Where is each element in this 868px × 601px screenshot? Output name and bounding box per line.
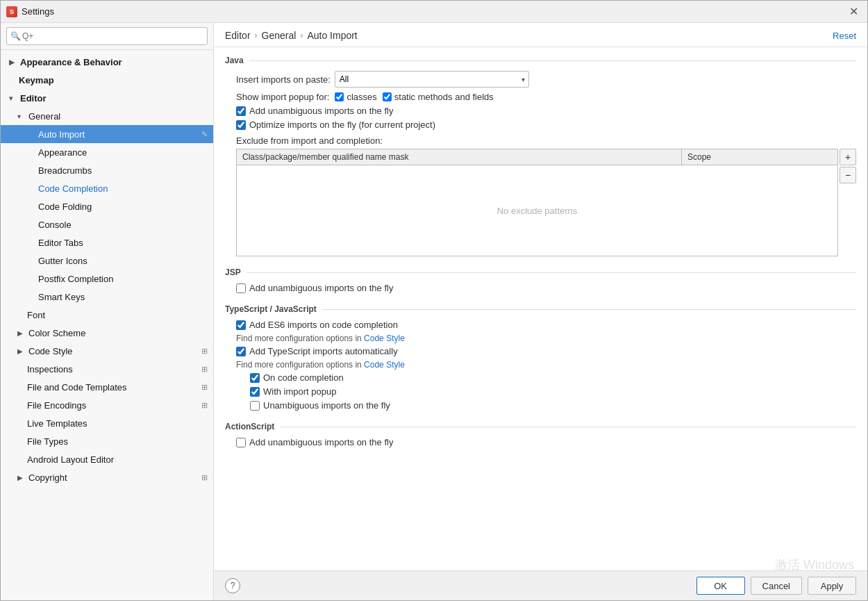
sidebar-item-keymap[interactable]: Keymap bbox=[1, 71, 213, 89]
code-style-link-2[interactable]: Code Style bbox=[364, 360, 405, 370]
add-typescript-checkbox[interactable] bbox=[236, 347, 246, 356]
breadcrumb-auto-import: Auto Import bbox=[307, 30, 357, 41]
code-style-link-1[interactable]: Code Style bbox=[364, 334, 405, 343]
add-unambiguous-jsp-row: Add unambiguous imports on the fly bbox=[236, 283, 856, 293]
sidebar-item-label: Inspections bbox=[27, 364, 201, 374]
exclude-table: Class/package/member qualified name mask… bbox=[236, 149, 838, 256]
with-import-popup-row: With import popup bbox=[250, 386, 856, 397]
sidebar-item-code-folding[interactable]: ▶ Code Folding bbox=[1, 197, 213, 215]
unambiguous-imports-checkbox[interactable] bbox=[250, 401, 260, 411]
sidebar-item-editor-tabs[interactable]: ▶ Editor Tabs bbox=[1, 233, 213, 252]
sidebar-item-font[interactable]: Font bbox=[1, 306, 213, 324]
sidebar-item-color-scheme[interactable]: ▶ Color Scheme bbox=[1, 324, 213, 342]
sidebar-item-label: Gutter Icons bbox=[38, 256, 213, 266]
sidebar-item-label: Font bbox=[27, 310, 213, 320]
remove-pattern-button[interactable]: − bbox=[840, 167, 856, 183]
add-pattern-button[interactable]: + bbox=[840, 149, 856, 165]
cancel-button[interactable]: Cancel bbox=[751, 577, 802, 595]
actionscript-section-title: ActionScript bbox=[225, 422, 856, 431]
sidebar-item-android-layout-editor[interactable]: Android Layout Editor bbox=[1, 450, 213, 468]
sidebar-item-file-types[interactable]: File Types bbox=[1, 432, 213, 450]
copy-icon: ⊞ bbox=[201, 473, 208, 482]
optimize-imports-checkbox[interactable] bbox=[236, 120, 246, 130]
typescript-section-title: TypeScript / JavaScript bbox=[225, 304, 856, 314]
breadcrumb: Editor › General › Auto Import bbox=[225, 30, 358, 41]
with-import-popup-checkbox[interactable] bbox=[250, 387, 260, 397]
sidebar-item-gutter-icons[interactable]: ▶ Gutter Icons bbox=[1, 252, 213, 270]
no-patterns-text: No exclude patterns bbox=[497, 206, 578, 216]
exclude-col2-header: Scope bbox=[682, 149, 837, 165]
main-content: 🔍 ▶ Appearance & Behavior Keymap ▾ Edito… bbox=[1, 23, 867, 600]
sidebar-item-file-code-templates[interactable]: File and Code Templates ⊞ bbox=[1, 378, 213, 396]
breadcrumb-general: General bbox=[262, 30, 297, 41]
sidebar-item-auto-import[interactable]: ▶ Auto Import ✎ bbox=[1, 125, 213, 143]
sidebar-item-code-style[interactable]: ▶ Code Style ⊞ bbox=[1, 342, 213, 360]
classes-checkbox[interactable] bbox=[335, 92, 344, 101]
sidebar-item-general[interactable]: ▾ General bbox=[1, 107, 213, 125]
sidebar-item-smart-keys[interactable]: ▶ Smart Keys bbox=[1, 288, 213, 306]
on-code-completion-row: On code completion bbox=[250, 372, 856, 383]
exclude-col1-header: Class/package/member qualified name mask bbox=[237, 149, 682, 165]
add-unambiguous-jsp-checkbox[interactable] bbox=[236, 283, 246, 293]
window-title: Settings bbox=[22, 6, 845, 17]
apply-button[interactable]: Apply bbox=[808, 577, 856, 595]
static-methods-checkbox[interactable] bbox=[383, 92, 392, 101]
add-unambiguous-java-checkbox[interactable] bbox=[236, 106, 246, 116]
table-buttons: + − bbox=[840, 149, 856, 183]
ok-button[interactable]: OK bbox=[696, 577, 745, 595]
sidebar-item-copyright[interactable]: ▶ Copyright ⊞ bbox=[1, 468, 213, 486]
sidebar-item-code-completion[interactable]: ▶ Code Completion bbox=[1, 179, 213, 197]
optimize-imports-label: Optimize imports on the fly (for current… bbox=[249, 120, 435, 130]
add-typescript-label: Add TypeScript imports automatically bbox=[249, 346, 398, 356]
sidebar-item-breadcrumbs[interactable]: ▶ Breadcrumbs bbox=[1, 161, 213, 179]
sidebar-item-label: Keymap bbox=[19, 75, 213, 85]
sidebar-item-label: Copyright bbox=[28, 472, 201, 483]
sidebar-item-label: File and Code Templates bbox=[27, 382, 201, 393]
help-button[interactable]: ? bbox=[225, 578, 240, 593]
sidebar-item-label: Android Layout Editor bbox=[27, 454, 213, 465]
show-import-label: Show import popup for: bbox=[236, 92, 329, 102]
sidebar-item-appearance[interactable]: ▶ Appearance bbox=[1, 143, 213, 161]
sidebar-item-inspections[interactable]: Inspections ⊞ bbox=[1, 360, 213, 378]
on-code-completion-checkbox[interactable] bbox=[250, 373, 260, 383]
copy-icon: ⊞ bbox=[201, 401, 208, 410]
bottom-bar: ? OK Cancel Apply bbox=[214, 570, 867, 600]
add-unambiguous-actionscript-row: Add unambiguous imports on the fly bbox=[236, 437, 856, 447]
copy-icon: ⊞ bbox=[201, 347, 208, 356]
with-import-popup-label: With import popup bbox=[263, 386, 337, 397]
add-unambiguous-jsp-label: Add unambiguous imports on the fly bbox=[249, 283, 393, 293]
config-options-text1: Find more configuration options in bbox=[236, 334, 364, 343]
title-bar: S Settings ✕ bbox=[1, 1, 867, 23]
sidebar-item-postfix-completion[interactable]: ▶ Postfix Completion bbox=[1, 270, 213, 288]
chevron-icon: ▾ bbox=[9, 94, 19, 102]
panel-body: Java Insert imports on paste: All Ask No… bbox=[214, 47, 867, 570]
show-import-row: Show import popup for: classes static me… bbox=[236, 92, 856, 102]
sidebar-item-label: Live Templates bbox=[27, 418, 213, 429]
breadcrumb-sep2: › bbox=[300, 31, 303, 40]
sidebar-item-file-encodings[interactable]: File Encodings ⊞ bbox=[1, 396, 213, 414]
settings-tree: ▶ Appearance & Behavior Keymap ▾ Editor … bbox=[1, 50, 213, 600]
classes-label: classes bbox=[347, 92, 376, 102]
sidebar-item-editor[interactable]: ▾ Editor bbox=[1, 89, 213, 107]
sidebar-item-label: File Encodings bbox=[27, 400, 201, 411]
sidebar-item-label: Smart Keys bbox=[38, 292, 213, 302]
close-button[interactable]: ✕ bbox=[845, 3, 862, 20]
reset-link[interactable]: Reset bbox=[833, 31, 856, 41]
exclude-table-body: No exclude patterns bbox=[237, 165, 837, 256]
sidebar-item-label: General bbox=[28, 111, 213, 122]
search-input[interactable] bbox=[6, 27, 208, 45]
add-unambiguous-actionscript-checkbox[interactable] bbox=[236, 438, 246, 447]
add-es6-checkbox[interactable] bbox=[236, 320, 246, 330]
sidebar-item-appearance-behavior[interactable]: ▶ Appearance & Behavior bbox=[1, 53, 213, 71]
sidebar-item-label: Auto Import bbox=[38, 129, 201, 140]
exclude-table-wrapper: Class/package/member qualified name mask… bbox=[236, 149, 838, 256]
sidebar-item-live-templates[interactable]: Live Templates bbox=[1, 414, 213, 432]
typescript-sub-options: On code completion With import popup Una… bbox=[236, 372, 856, 411]
sidebar-item-label: Console bbox=[38, 220, 213, 230]
insert-imports-select[interactable]: All Ask None bbox=[335, 71, 529, 88]
sidebar-item-label: Editor bbox=[20, 93, 213, 104]
copy-icon: ⊞ bbox=[201, 383, 208, 392]
sidebar-item-label: Editor Tabs bbox=[38, 238, 213, 248]
sidebar-item-console[interactable]: ▶ Console bbox=[1, 215, 213, 233]
search-box: 🔍 bbox=[1, 23, 213, 50]
